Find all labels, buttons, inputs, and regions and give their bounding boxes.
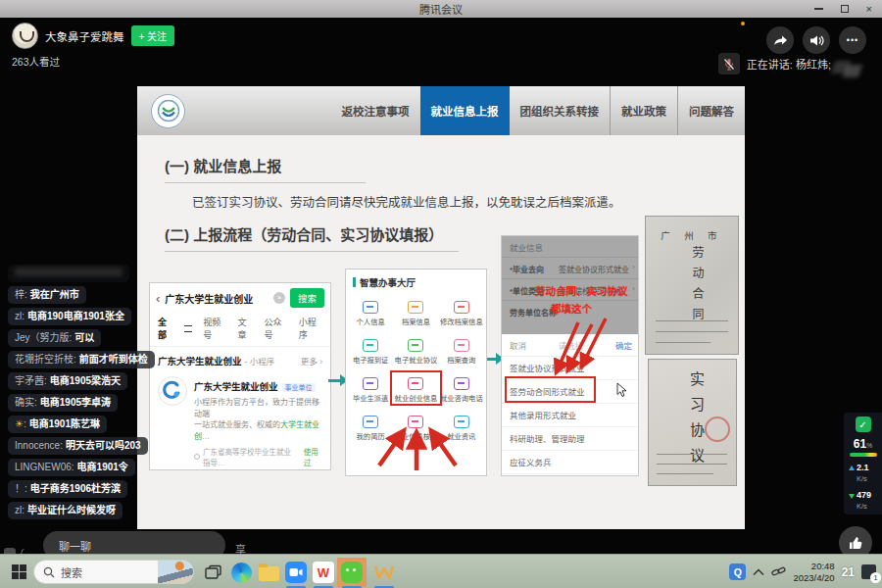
- notification-badge: 1: [870, 572, 881, 583]
- tray-expand-icon[interactable]: [753, 568, 764, 576]
- app-desc-line1: 小程序作为官方平台，致力于提供移动端: [194, 398, 319, 418]
- section1-body: 已签订实习协议、劳动合同请尽快完成就业信息上报，以免耽误之后档案派遣。: [192, 192, 621, 211]
- wechat-search-button: 搜索: [290, 288, 324, 308]
- person-info-icon: [363, 301, 378, 314]
- wechat-button[interactable]: [340, 561, 364, 584]
- hall-item: 电子就业协议: [393, 335, 438, 365]
- form-row-value: 签就业协议形式就业: [559, 264, 629, 274]
- form-header: 就业信息: [510, 241, 543, 253]
- chat-input-placeholder: 聊一聊: [59, 538, 91, 554]
- slide-navbar: 返校注意事项 就业信息上报 团组织关系转接 就业政策 问题解答: [137, 86, 745, 135]
- form-row-label: 劳务单位名称: [510, 307, 557, 318]
- viewer-count: 263人看过: [12, 54, 60, 69]
- contract-city: 广 州 市: [646, 228, 738, 242]
- report-card-icon: [363, 339, 378, 352]
- tab-employment-policy: 就业政策: [610, 86, 677, 135]
- follow-button[interactable]: + 关注: [131, 25, 175, 46]
- streamer-avatar[interactable]: [12, 23, 38, 49]
- share-button[interactable]: [766, 26, 794, 54]
- app-desc-line2: 一站式就业服务、权威的: [194, 420, 280, 429]
- resume-icon: [363, 416, 378, 428]
- speaking-indicator: 正在讲话: 杨红炜;: [718, 53, 831, 74]
- chevron-right-icon: ›: [632, 263, 635, 271]
- picker-option: 科研助理、管理助理: [502, 427, 639, 451]
- picker-confirm: 确定: [615, 339, 632, 351]
- chat-message: 花堋折空折枝:前面才听到体检: [8, 351, 155, 368]
- volume-button[interactable]: [803, 26, 830, 54]
- tab-employment-report: 就业信息上报: [420, 86, 510, 135]
- more-icon: •••: [847, 35, 858, 45]
- notification-count: 21: [842, 565, 855, 579]
- mic-muted-icon: [718, 53, 740, 74]
- streamer-name: 大象鼻子爱跳舞: [45, 28, 124, 44]
- graduate-dispatch-icon: [363, 377, 378, 390]
- red-seal-icon: [705, 416, 730, 442]
- share-icon: [772, 33, 788, 47]
- employment-info-icon: [408, 377, 423, 390]
- minimize-icon[interactable]: [814, 8, 823, 10]
- status-dot: [741, 22, 745, 25]
- wps-button[interactable]: W: [312, 561, 335, 584]
- orange-app-button[interactable]: [372, 561, 396, 584]
- hall-item: 我的简历: [348, 412, 393, 441]
- notification-tray-icon[interactable]: 1: [861, 564, 876, 579]
- close-icon[interactable]: ×: [866, 0, 872, 18]
- slide-content: (一) 就业信息上报 已签订实习协议、劳动合同请尽快完成就业信息上报，以免耽误之…: [137, 135, 745, 529]
- link-icon[interactable]: [771, 565, 786, 578]
- taskbar: 搜索 W Q 20:48 2023/4/20: [0, 554, 882, 588]
- stream-controls: •••: [766, 26, 866, 54]
- task-view-icon: [205, 564, 222, 580]
- section2-title: (二) 上报流程（劳动合同、实习协议填报）: [165, 223, 459, 252]
- taskbar-clock[interactable]: 20:48 2023/4/20: [793, 561, 834, 584]
- edge-icon: [231, 563, 252, 583]
- section1-title: (一) 就业信息上报: [165, 155, 366, 183]
- system-monitor-widget[interactable]: ✓ 61% 2.1K/s 479K/s: [844, 413, 882, 514]
- tab-return-notes: 返校注意事项: [331, 86, 420, 135]
- tab-qa: 问题解答: [677, 86, 745, 135]
- archive-info-icon: [408, 301, 423, 314]
- chat-message-faded: [8, 265, 129, 282]
- system-tray: Q 20:48 2023/4/20 21 1: [729, 555, 882, 588]
- search-placeholder: 搜索: [61, 564, 152, 580]
- annotation-line1: 劳动合同、实习协议: [535, 283, 628, 298]
- hall-item: 电子报到证: [348, 335, 393, 365]
- qq-tray-icon[interactable]: Q: [729, 564, 746, 580]
- annotation-line2: 都填这个: [551, 301, 592, 316]
- windows-start-button[interactable]: [12, 564, 26, 579]
- maximize-icon[interactable]: [841, 5, 849, 13]
- folder-icon: [259, 566, 279, 581]
- archive-query-icon: [454, 339, 469, 352]
- chat-message: ！:电子商务1906杜芳滨: [8, 480, 127, 498]
- chat-overlay: 梓:我在广州市 zl:电商190电商1901张全 Jey（努力版:可以 花堋折空…: [8, 265, 176, 519]
- filter-icon: [184, 325, 192, 332]
- more-link: 更多 ›: [301, 355, 322, 367]
- picker-option: 其他录用形式就业: [502, 404, 639, 427]
- app-source: 广东省高等学校毕业生就业指导…: [203, 446, 297, 467]
- news-icon: [454, 416, 469, 428]
- edge-browser-button[interactable]: [229, 561, 253, 584]
- more-button[interactable]: •••: [839, 26, 866, 54]
- file-explorer-button[interactable]: [257, 561, 280, 584]
- picker-title: 请选择: [559, 339, 584, 351]
- chat-message: 确实:电商1905李卓涛: [8, 394, 118, 412]
- upload-speed: 2.1: [857, 463, 869, 472]
- meeting-app-button[interactable]: [284, 561, 308, 584]
- chevron-right-icon: ›: [632, 284, 635, 293]
- hall-item: 修改档案信息: [439, 297, 484, 326]
- task-view-button[interactable]: [202, 561, 225, 584]
- clear-icon: ×: [273, 292, 285, 304]
- e-agreement-icon: [408, 339, 423, 352]
- upload-arrow-icon: [849, 466, 855, 470]
- filter-tab-article: 文章: [237, 316, 253, 341]
- search-icon: [43, 566, 55, 578]
- chat-message: Innocence:明天去可以吗203: [8, 437, 148, 455]
- header-bar-icon: [353, 277, 356, 287]
- chat-message: ☀:电商1901陈艺琳: [8, 416, 107, 433]
- taskbar-search-input[interactable]: 搜索: [33, 560, 194, 584]
- form-screenshot: 就业信息 *毕业去向 签就业协议形式就业 › *单位类型 高等院校/民办院校 ›: [501, 235, 639, 476]
- red-highlight-box: [505, 376, 596, 403]
- app-badge: 事业单位: [282, 383, 316, 392]
- download-speed: 479: [857, 490, 871, 500]
- wps-icon: W: [313, 562, 334, 583]
- tab-league-transfer: 团组织关系转接: [510, 86, 611, 135]
